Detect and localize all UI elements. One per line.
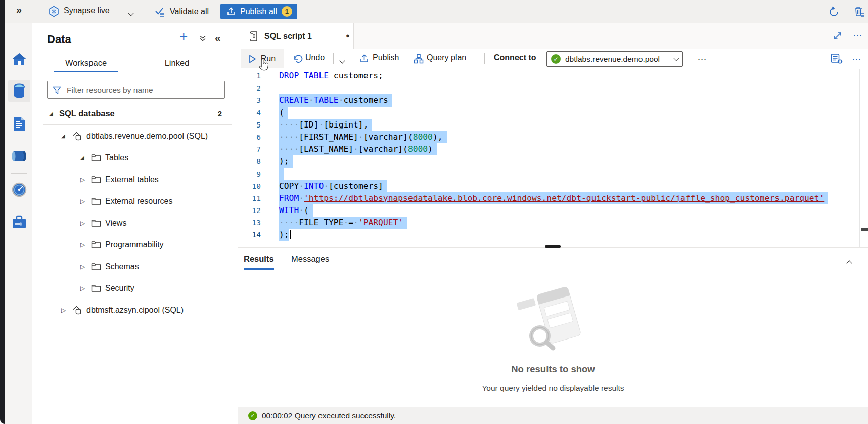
code-line-8[interactable]: 8); bbox=[238, 155, 868, 167]
code-line-12[interactable]: 12WITH·( bbox=[238, 204, 868, 217]
folder-icon bbox=[91, 153, 101, 162]
code-line-7[interactable]: 7····[LAST_NAME]·[varchar](8000) bbox=[238, 143, 868, 155]
collapsed-icon[interactable]: ▷ bbox=[80, 263, 87, 270]
mouse-cursor bbox=[258, 59, 268, 73]
selection-highlight: ····[LAST_NAME]·[varchar](8000) bbox=[279, 143, 437, 155]
trash-icon[interactable] bbox=[853, 6, 865, 20]
expanded-icon[interactable]: ◢ bbox=[61, 133, 68, 139]
code-line-13[interactable]: 13····FILE_TYPE·=·'PARQUET' bbox=[238, 217, 868, 229]
run-options-chevron-icon[interactable] bbox=[340, 56, 344, 65]
collapse-results-icon[interactable] bbox=[847, 258, 851, 267]
sidebar-item-manage[interactable] bbox=[8, 211, 30, 233]
tree-item-external-resources[interactable]: ▷External resources bbox=[32, 190, 238, 212]
success-check-icon: ✓ bbox=[248, 411, 257, 420]
line-number: 11 bbox=[238, 192, 261, 204]
breadcrumb-expand-icon[interactable]: » bbox=[16, 4, 22, 16]
chevron-down-icon[interactable] bbox=[129, 8, 133, 17]
tree-section-sql-database[interactable]: ◢ SQL database 2 bbox=[32, 103, 238, 124]
connect-to-dropdown[interactable]: ✓ dbtlabs.revenue.demo.pool bbox=[546, 51, 683, 67]
publish-all-button[interactable]: Publish all 1 bbox=[220, 4, 297, 19]
manage-icon bbox=[12, 215, 27, 229]
toolbar-divider bbox=[484, 53, 485, 64]
tree-item-programmability[interactable]: ▷Programmability bbox=[32, 234, 238, 256]
tree-item-views[interactable]: ▷Views bbox=[32, 212, 238, 234]
filter-input[interactable] bbox=[66, 85, 219, 95]
editor-scrollbar[interactable] bbox=[859, 69, 860, 247]
publish-button[interactable]: Publish bbox=[373, 53, 399, 62]
tree-item-dbtmsft-azsyn-cipool-sql[interactable]: ▷dbtmsft.azsyn.cipool (SQL) bbox=[32, 299, 238, 321]
tree-item-tables[interactable]: ◢Tables bbox=[32, 147, 238, 168]
code-line-9[interactable]: 9 bbox=[238, 168, 868, 180]
code-line-4[interactable]: 4( bbox=[238, 107, 868, 119]
scrollbar-thumb[interactable] bbox=[861, 228, 868, 231]
sidebar-item-data[interactable] bbox=[8, 80, 30, 102]
mode-selector[interactable]: Synapse live bbox=[64, 6, 110, 15]
expanded-icon[interactable]: ◢ bbox=[49, 111, 56, 116]
tree-item-label: dbtlabs.revenue.demo.pool (SQL) bbox=[86, 132, 208, 141]
collapsed-icon[interactable]: ▷ bbox=[80, 198, 87, 205]
tree-item-label: Security bbox=[105, 284, 134, 293]
tab-results[interactable]: Results bbox=[244, 254, 274, 270]
collapse-all-icon[interactable] bbox=[199, 34, 207, 45]
collapsed-icon[interactable]: ▷ bbox=[80, 220, 87, 227]
pane-splitter-handle[interactable] bbox=[545, 245, 561, 248]
query-plan-button[interactable]: Query plan bbox=[427, 53, 466, 62]
tab-linked[interactable]: Linked bbox=[147, 55, 207, 72]
code-line-3[interactable]: 3CREATE·TABLE·customers bbox=[238, 94, 868, 106]
validate-all-label: Validate all bbox=[170, 7, 209, 16]
tree-item-schemas[interactable]: ▷Schemas bbox=[32, 256, 238, 277]
add-resource-button[interactable]: + bbox=[179, 29, 188, 44]
sidebar-item-monitor[interactable] bbox=[8, 179, 30, 201]
selection-highlight: WITH·( bbox=[279, 204, 313, 217]
collapse-panel-icon[interactable]: « bbox=[215, 32, 221, 44]
validate-all-button[interactable]: Validate all bbox=[155, 5, 209, 19]
toolbar-more-icon[interactable]: … bbox=[697, 52, 707, 63]
data-icon bbox=[13, 83, 26, 99]
editor-more-icon[interactable]: … bbox=[852, 52, 862, 63]
expand-icon[interactable] bbox=[833, 31, 843, 43]
properties-icon[interactable] bbox=[831, 53, 843, 66]
line-number: 8 bbox=[238, 155, 261, 167]
refresh-icon[interactable] bbox=[828, 6, 840, 20]
code-line-6[interactable]: 6····[FIRST_NAME]·[varchar](8000), bbox=[238, 131, 868, 143]
status-bar: ✓ 00:00:02 Query executed successfully. bbox=[238, 407, 868, 424]
check-circle-icon: ✓ bbox=[551, 54, 561, 64]
selection-highlight: ····FILE_TYPE·=·'PARQUET' bbox=[279, 217, 407, 229]
sidebar-item-home[interactable] bbox=[8, 48, 30, 70]
code-line-11[interactable]: 11FROM·'https://dbtlabsynapsedatalake.bl… bbox=[238, 192, 868, 204]
tree-item-label: External tables bbox=[105, 175, 159, 184]
tab-messages[interactable]: Messages bbox=[291, 254, 329, 268]
publish-all-label: Publish all bbox=[240, 7, 277, 16]
resource-tree: ◢ SQL database 2 ◢dbtlabs.revenue.demo.p… bbox=[32, 103, 238, 321]
undo-button[interactable]: Undo bbox=[305, 53, 325, 62]
collapsed-icon[interactable]: ▷ bbox=[80, 285, 87, 292]
tree-item-dbtlabs-revenue-demo-pool-sql[interactable]: ◢dbtlabs.revenue.demo.pool (SQL) bbox=[32, 125, 238, 147]
status-message: 00:00:02 Query executed successfully. bbox=[262, 411, 396, 420]
connect-to-label: Connect to bbox=[494, 53, 536, 62]
tree-item-external-tables[interactable]: ▷External tables bbox=[32, 168, 238, 190]
code-line-1[interactable]: 1DROP TABLE customers; bbox=[238, 70, 868, 82]
collapsed-icon[interactable]: ▷ bbox=[80, 176, 87, 183]
selection-highlight: ····[ID]·[bigint], bbox=[279, 119, 372, 131]
tab-workspace[interactable]: Workspace bbox=[54, 55, 118, 72]
code-line-5[interactable]: 5····[ID]·[bigint], bbox=[238, 119, 868, 131]
tab-more-icon[interactable]: … bbox=[853, 27, 863, 38]
expanded-icon[interactable]: ◢ bbox=[80, 155, 87, 160]
tree-item-security[interactable]: ▷Security bbox=[32, 277, 238, 299]
code-line-14[interactable]: 14); bbox=[238, 229, 868, 241]
sql-editor-pane: SQL script 1 ● … Run Undo Publish Query … bbox=[238, 23, 868, 424]
selection-highlight: ( bbox=[279, 107, 288, 119]
tab-sql-script-1[interactable]: SQL script 1 ● bbox=[238, 23, 354, 49]
selection-highlight: COPY·INTO·[customers] bbox=[279, 180, 387, 192]
collapsed-icon[interactable]: ▷ bbox=[61, 307, 68, 314]
tab-title: SQL script 1 bbox=[264, 32, 312, 41]
sql-pool-icon bbox=[72, 131, 82, 141]
code-line-2[interactable]: 2 bbox=[238, 82, 868, 94]
code-line-10[interactable]: 10COPY·INTO·[customers] bbox=[238, 180, 868, 192]
sidebar-item-integrate[interactable] bbox=[8, 145, 30, 167]
tree-item-label: Views bbox=[105, 219, 126, 228]
sidebar-item-develop[interactable] bbox=[8, 113, 30, 135]
collapsed-icon[interactable]: ▷ bbox=[80, 241, 87, 248]
code-editor[interactable]: 1DROP TABLE customers;23CREATE·TABLE·cus… bbox=[238, 69, 868, 247]
unsaved-indicator: ● bbox=[346, 32, 350, 39]
